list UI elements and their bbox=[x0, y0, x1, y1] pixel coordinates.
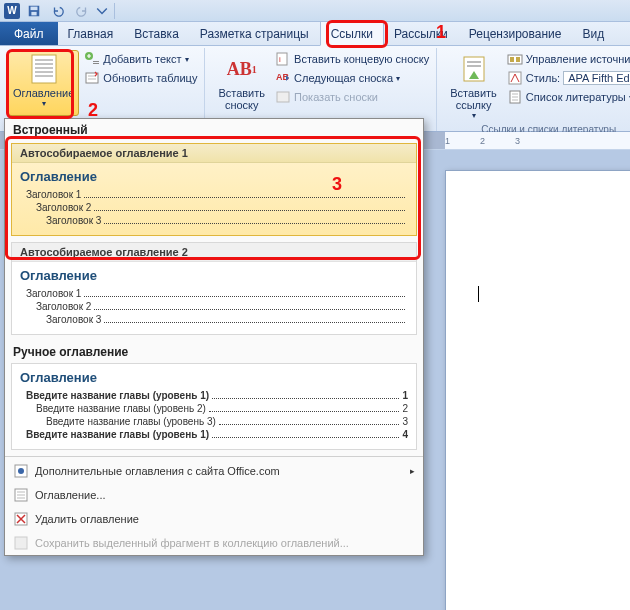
svg-rect-29 bbox=[15, 537, 27, 549]
gallery-menu-remove[interactable]: Удалить оглавление bbox=[5, 507, 423, 531]
gallery-section-manual: Ручное оглавление bbox=[5, 341, 423, 363]
gallery-item-manual[interactable]: Оглавление Введите название главы (урове… bbox=[11, 363, 417, 450]
svg-text:i: i bbox=[279, 55, 281, 64]
svg-rect-16 bbox=[277, 92, 289, 102]
svg-rect-19 bbox=[467, 65, 481, 67]
chevron-down-icon: ▾ bbox=[42, 99, 46, 108]
insert-citation-button[interactable]: Вставить ссылку ▾ bbox=[445, 50, 502, 123]
tab-page-layout[interactable]: Разметка страницы bbox=[190, 22, 320, 45]
next-footnote-icon: AB bbox=[275, 70, 291, 86]
word-app-icon: W bbox=[4, 3, 20, 19]
insert-footnote-label: Вставить сноску bbox=[218, 87, 265, 111]
tab-references[interactable]: Ссылки bbox=[320, 22, 384, 46]
show-notes-icon bbox=[275, 89, 291, 105]
gallery-item-auto2[interactable]: Автособираемое оглавление 2 Оглавление З… bbox=[11, 242, 417, 335]
gallery-item-auto1[interactable]: Автособираемое оглавление 1 Оглавление З… bbox=[11, 143, 417, 236]
style-icon bbox=[507, 70, 523, 86]
update-table-icon bbox=[84, 70, 100, 86]
footnote-icon: AB1 bbox=[226, 53, 258, 85]
manage-sources-button[interactable]: Управление источникам bbox=[504, 50, 630, 68]
text-cursor bbox=[478, 286, 479, 302]
svg-rect-1 bbox=[31, 6, 38, 10]
svg-rect-11 bbox=[93, 63, 99, 64]
add-text-icon bbox=[84, 51, 100, 67]
svg-rect-18 bbox=[467, 61, 481, 63]
toc-button[interactable]: Оглавление ▾ bbox=[8, 50, 79, 116]
undo-icon[interactable] bbox=[48, 2, 68, 20]
office-icon bbox=[13, 463, 29, 479]
gallery-section-builtin: Встроенный bbox=[5, 119, 423, 141]
save-icon[interactable] bbox=[24, 2, 44, 20]
document-page[interactable] bbox=[445, 170, 630, 610]
gallery-menu-save: Сохранить выделенный фрагмент в коллекци… bbox=[5, 531, 423, 555]
tab-review[interactable]: Рецензирование bbox=[459, 22, 573, 45]
group-citations: Вставить ссылку ▾ Управление источникам … bbox=[441, 48, 630, 131]
next-footnote-button[interactable]: AB Следующая сноска ▾ bbox=[272, 69, 432, 87]
qat-more-icon[interactable] bbox=[96, 2, 108, 20]
qat-separator bbox=[114, 3, 115, 19]
insert-endnote-button[interactable]: i Вставить концевую сноску bbox=[272, 50, 432, 68]
toc-small-icon bbox=[13, 487, 29, 503]
remove-toc-icon bbox=[13, 511, 29, 527]
gallery-menu-custom[interactable]: Оглавление... bbox=[5, 483, 423, 507]
insert-footnote-button[interactable]: AB1 Вставить сноску bbox=[213, 50, 270, 116]
ribbon-tabs: Файл Главная Вставка Разметка страницы С… bbox=[0, 22, 630, 46]
tab-view[interactable]: Вид bbox=[572, 22, 615, 45]
gallery-menu-office[interactable]: Дополнительные оглавления с сайта Office… bbox=[5, 459, 423, 483]
show-notes-button: Показать сноски bbox=[272, 88, 432, 106]
bibliography-icon bbox=[507, 89, 523, 105]
toc-gallery-panel: Встроенный Автособираемое оглавление 1 О… bbox=[4, 118, 424, 556]
tab-mailings[interactable]: Рассылки bbox=[384, 22, 459, 45]
file-tab[interactable]: Файл bbox=[0, 22, 58, 45]
manage-sources-icon bbox=[507, 51, 523, 67]
bibliography-button[interactable]: Список литературы ▾ bbox=[504, 88, 630, 106]
svg-rect-3 bbox=[32, 55, 56, 83]
toc-icon bbox=[28, 53, 60, 85]
tab-home[interactable]: Главная bbox=[58, 22, 125, 45]
tab-insert[interactable]: Вставка bbox=[124, 22, 190, 45]
svg-rect-10 bbox=[93, 61, 99, 62]
add-text-button[interactable]: Добавить текст ▾ bbox=[81, 50, 200, 68]
titlebar: W bbox=[0, 0, 630, 22]
svg-rect-22 bbox=[516, 57, 520, 62]
chevron-down-icon: ▾ bbox=[472, 111, 476, 120]
svg-point-26 bbox=[18, 468, 24, 474]
redo-icon[interactable] bbox=[72, 2, 92, 20]
citation-style-select[interactable]: Стиль: APA Fifth Editi bbox=[504, 69, 630, 87]
save-selection-icon bbox=[13, 535, 29, 551]
svg-rect-2 bbox=[31, 11, 36, 15]
svg-rect-21 bbox=[510, 57, 514, 62]
update-table-button[interactable]: Обновить таблицу bbox=[81, 69, 200, 87]
toc-button-label: Оглавление bbox=[13, 87, 74, 99]
insert-citation-icon bbox=[458, 53, 490, 85]
endnote-icon: i bbox=[275, 51, 291, 67]
